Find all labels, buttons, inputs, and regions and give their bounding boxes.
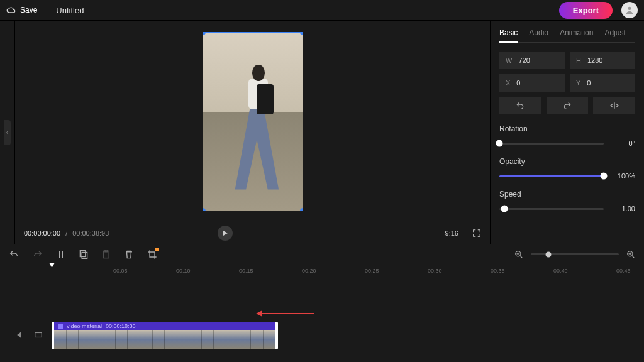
zoom-in-button[interactable] [626,250,635,259]
clip-thumbnails [54,330,275,349]
mute-track-button[interactable] [16,331,25,339]
tab-adjust[interactable]: Adjust [604,28,625,37]
delete-button[interactable] [125,250,133,260]
ruler-mark: 00:15 [239,268,253,274]
preview-controls: 00:00:00:00 / 00:00:38:93 9:16 [15,222,490,244]
tab-audio[interactable]: Audio [529,28,548,37]
canvas[interactable] [15,21,490,222]
zoom-slider[interactable] [531,253,619,255]
height-field[interactable]: H1280 [570,52,635,69]
speaker-icon [16,331,25,339]
flip-horizontal-icon [609,101,619,110]
aspect-ratio[interactable]: 9:16 [445,229,458,237]
save-button[interactable]: Save [6,6,37,14]
crop-button[interactable] [147,250,157,260]
speed-label: Speed [499,190,635,199]
rotation-value[interactable]: 0° [610,140,635,147]
undo-button[interactable] [9,250,19,260]
play-icon [222,230,228,236]
expand-left-panel-handle[interactable]: ‹ [4,120,11,145]
flip-button[interactable] [593,97,635,114]
resize-handle-bottom-right[interactable] [300,208,303,211]
rotate-handle[interactable] [248,211,258,211]
resize-handle-bottom-left[interactable] [203,208,206,211]
rotation-label: Rotation [499,124,635,133]
total-time: 00:00:38:93 [72,229,109,237]
left-panel-collapsed: ‹ [0,21,15,244]
ruler-mark: 00:10 [176,268,191,274]
split-icon [57,250,65,260]
project-title[interactable]: Untitled [56,6,84,15]
rotate-left-icon [516,101,525,110]
timeline-ruler[interactable]: 00:05 00:10 00:15 00:20 00:25 00:30 00:3… [0,264,644,278]
opacity-value[interactable]: 100% [610,172,635,180]
clip-duration: 00:00:18:30 [106,323,136,329]
svg-rect-1 [80,250,85,256]
clipboard-icon [102,250,111,260]
zoom-out-icon [514,250,523,259]
tab-basic[interactable]: Basic [499,28,518,43]
export-button[interactable]: Export [559,2,613,19]
undo-icon [9,250,19,260]
clip-type-icon [58,324,63,329]
top-bar: Save Untitled Export [0,0,644,20]
cloud-icon [6,6,16,14]
ruler-mark: 00:45 [616,268,631,274]
preview-area: 00:00:00:00 / 00:00:38:93 9:16 [15,21,490,244]
ruler-mark: 00:40 [553,268,568,274]
copy-icon [79,250,88,260]
fullscreen-button[interactable] [472,229,481,238]
user-avatar[interactable] [621,2,638,18]
person-icon [625,5,635,15]
video-thumbnail-content [231,65,286,204]
ruler-mark: 00:20 [302,268,316,274]
svg-rect-7 [35,333,42,337]
rotate-right-icon [563,101,572,110]
zoom-in-icon [626,250,635,259]
trash-icon [125,250,133,260]
paste-button[interactable] [102,250,111,260]
hide-track-button[interactable] [34,331,43,339]
speed-value[interactable]: 1.00 [610,205,635,212]
ruler-mark: 00:05 [113,268,128,274]
resize-handle-top-left[interactable] [203,32,206,35]
save-label: Save [20,6,37,14]
opacity-slider[interactable] [499,175,604,177]
speed-slider[interactable] [499,208,604,210]
resize-handle-top-right[interactable] [300,32,303,35]
eye-icon [34,331,43,339]
y-field[interactable]: Y0 [570,74,635,92]
svg-rect-8 [58,324,63,329]
ruler-mark: 00:25 [365,268,379,274]
selected-clip-frame[interactable] [203,32,303,211]
inspector-tabs: Basic Audio Animation Adjust [499,28,635,43]
svg-point-0 [628,7,631,10]
rotation-slider[interactable] [499,143,604,145]
redo-button[interactable] [33,250,43,260]
timeline[interactable]: 00:05 00:10 00:15 00:20 00:25 00:30 00:3… [0,264,644,362]
playhead[interactable] [52,264,52,362]
width-field[interactable]: W720 [499,52,565,69]
play-button[interactable] [218,226,233,241]
redo-transform-button[interactable] [547,97,589,114]
copy-button[interactable] [79,250,88,260]
video-clip[interactable]: video material 00:00:18:30 [52,322,278,349]
time-separator: / [65,229,67,237]
svg-rect-2 [82,252,87,258]
ruler-mark: 00:35 [491,268,505,274]
split-button[interactable] [57,250,65,260]
zoom-out-button[interactable] [514,250,523,259]
opacity-label: Opacity [499,157,635,166]
timeline-toolbar [0,244,644,264]
annotation-arrow [258,313,314,314]
undo-transform-button[interactable] [499,97,541,114]
current-time: 00:00:00:00 [24,229,60,237]
fullscreen-icon [472,229,481,238]
tab-animation[interactable]: Animation [560,28,593,37]
inspector-panel: Basic Audio Animation Adjust W720 H1280 … [490,21,644,244]
redo-icon [33,250,43,260]
clip-name: video material [67,323,102,329]
ruler-mark: 00:30 [428,268,442,274]
x-field[interactable]: X0 [499,74,565,92]
